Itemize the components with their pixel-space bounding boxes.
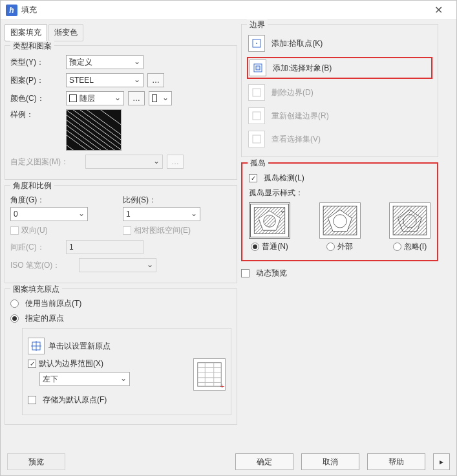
checkbox-bidir: [10, 226, 19, 235]
target-icon: [31, 341, 41, 351]
label-type: 类型(Y)：: [10, 57, 62, 68]
island-outer-preview[interactable]: [319, 202, 361, 239]
select-custom-pattern: [85, 155, 163, 169]
label-iso-pen: ISO 笔宽(O)：: [10, 260, 75, 271]
label-click-new-origin: 单击以设置新原点: [48, 341, 111, 352]
svg-point-36: [333, 215, 346, 228]
pick-origin-button[interactable]: [28, 338, 45, 354]
svg-line-10: [67, 110, 121, 150]
label-dynamic-preview: 动态预览: [256, 268, 287, 279]
origin-preview: +: [193, 358, 226, 391]
legend-type-pattern: 类型和图案: [10, 41, 54, 52]
legend-boundary: 边界: [247, 19, 268, 30]
add-select-object-button[interactable]: [250, 60, 266, 76]
select-bg-color[interactable]: [149, 91, 172, 105]
label-angle: 角度(G)：: [10, 195, 119, 206]
label-island-normal: 普通(N): [262, 241, 288, 252]
checkbox-island-detect[interactable]: ✓: [249, 174, 257, 182]
label-island-outer: 外部: [337, 241, 353, 252]
add-pick-point-button[interactable]: [248, 35, 265, 52]
custom-browse-button: …: [167, 155, 184, 169]
svg-line-8: [67, 121, 121, 150]
color-swatch-icon: [69, 94, 77, 102]
svg-text:+: +: [220, 382, 224, 390]
svg-point-33: [264, 215, 276, 228]
label-use-current-origin: 使用当前原点(T): [25, 298, 81, 309]
checkbox-paperspace: [123, 226, 131, 235]
radio-island-outer[interactable]: [326, 243, 335, 251]
label-custom-pattern: 自定义图案(M)：: [10, 157, 81, 168]
label-specified-origin: 指定的原点: [25, 313, 64, 324]
group-boundary: 边界 添加:拾取点(K) 添加:选择对象(B) 删除边界(D) 重新创建边界(R…: [241, 24, 438, 157]
input-spacing: 1: [66, 240, 143, 254]
label-island-style: 孤岛显示样式：: [249, 188, 430, 199]
preview-button: 预览: [7, 453, 65, 470]
footer: 预览 确定 取消 帮助 ▸: [1, 453, 456, 470]
sample-preview[interactable]: [66, 109, 122, 151]
svg-line-9: [67, 111, 121, 150]
select-color[interactable]: 随层: [66, 91, 124, 105]
window-title: 填充: [21, 5, 425, 16]
select-object-icon: [253, 63, 263, 73]
none-swatch-icon: [152, 94, 157, 102]
legend-origin: 图案填充原点: [10, 284, 62, 295]
group-origin: 图案填充原点 使用当前原点(T) 指定的原点 单击以设置新原点 ✓默认为边界范围…: [5, 288, 237, 425]
view-selection-button: [248, 131, 265, 147]
svg-line-4: [67, 110, 121, 126]
group-type-pattern: 类型和图案 类型(Y)： 预定义 图案(P)： STEEL … 颜色(C)： 随…: [5, 45, 237, 180]
select-angle[interactable]: 0: [10, 207, 88, 221]
tabs: 图案填充 渐变色: [5, 24, 237, 41]
tab-pattern-fill[interactable]: 图案填充: [5, 24, 47, 41]
label-sample: 样例：: [10, 109, 62, 120]
label-scale: 比例(S)：: [123, 195, 231, 206]
app-icon: h: [6, 5, 17, 16]
select-origin-pos[interactable]: 左下: [39, 372, 130, 386]
help-button[interactable]: 帮助: [367, 453, 425, 470]
radio-island-normal[interactable]: [251, 243, 259, 251]
group-island: 孤岛 ✓孤岛检测(L) 孤岛显示样式： 普通(N) 外部 忽略(I): [241, 162, 438, 261]
legend-island: 孤岛: [248, 158, 268, 169]
radio-island-ignore[interactable]: [393, 243, 401, 251]
expand-button[interactable]: ▸: [433, 453, 450, 470]
label-delete-boundary: 删除边界(D): [271, 87, 314, 98]
checkbox-default-extent[interactable]: ✓: [28, 360, 36, 368]
delete-boundary-button: [248, 84, 265, 101]
island-normal-preview[interactable]: [249, 202, 290, 239]
select-pattern[interactable]: STEEL: [66, 73, 143, 87]
svg-line-3: [67, 110, 121, 136]
svg-rect-29: [253, 135, 260, 143]
color-more-button[interactable]: …: [128, 91, 145, 105]
titlebar: h 填充 ✕: [1, 1, 456, 20]
pattern-browse-button[interactable]: …: [147, 73, 164, 87]
select-iso-pen: [79, 258, 156, 272]
cancel-button[interactable]: 取消: [301, 453, 359, 470]
ok-button[interactable]: 确定: [235, 453, 293, 470]
checkbox-dynamic-preview[interactable]: [241, 269, 250, 277]
pick-point-icon: [251, 38, 262, 49]
legend-angle-scale: 角度和比例: [10, 180, 54, 191]
svg-line-7: [67, 146, 121, 150]
view-icon: [251, 134, 262, 144]
radio-use-current-origin[interactable]: [10, 299, 19, 308]
checkbox-store-default[interactable]: [28, 396, 36, 404]
label-store-default: 存储为默认原点(F): [43, 395, 107, 406]
label-add-pick: 添加:拾取点(K): [271, 38, 323, 49]
label-view-selection: 查看选择集(V): [271, 134, 321, 145]
close-button[interactable]: ✕: [425, 4, 451, 16]
svg-rect-27: [253, 89, 260, 96]
svg-point-24: [256, 43, 257, 44]
select-scale[interactable]: 1: [123, 207, 200, 221]
delete-icon: [251, 87, 262, 98]
select-type[interactable]: 预定义: [66, 55, 143, 69]
recreate-boundary-button: [248, 107, 265, 124]
group-angle-scale: 角度和比例 角度(G)： 0 比例(S)： 1 双向(U) 相对图纸空间(E) …: [5, 185, 237, 283]
radio-specified-origin[interactable]: [10, 314, 19, 323]
island-ignore-preview[interactable]: [389, 202, 430, 239]
label-island-detect: 孤岛检测(L): [264, 173, 304, 184]
label-recreate-boundary: 重新创建边界(R): [271, 111, 329, 122]
label-paperspace: 相对图纸空间(E): [134, 225, 191, 236]
label-spacing: 间距(C)：: [10, 242, 62, 253]
svg-rect-28: [253, 112, 260, 120]
tab-gradient[interactable]: 渐变色: [48, 24, 83, 41]
svg-rect-37: [393, 206, 427, 235]
